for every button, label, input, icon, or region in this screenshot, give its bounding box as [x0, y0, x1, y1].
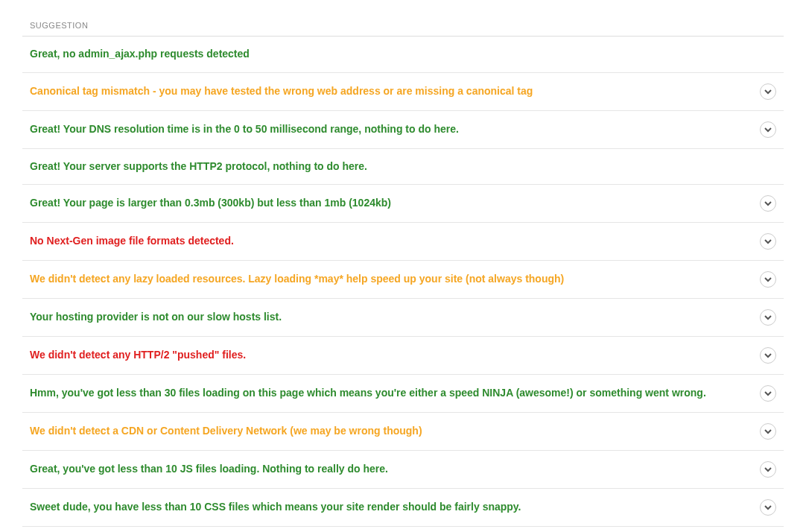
chevron-down-icon — [764, 200, 772, 207]
chevron-down-icon — [764, 466, 772, 473]
expand-button[interactable] — [760, 385, 776, 402]
expand-button[interactable] — [760, 233, 776, 250]
chevron-down-icon — [764, 126, 772, 133]
suggestion-row[interactable]: Your load time is between 1.5-2 seconds — [22, 527, 784, 532]
suggestion-row[interactable]: Your hosting provider is not on our slow… — [22, 299, 784, 337]
suggestion-text: We didn't detect a CDN or Content Delive… — [30, 424, 760, 439]
suggestion-row[interactable]: We didn't detect any lazy loaded resourc… — [22, 261, 784, 299]
chevron-down-icon — [764, 276, 772, 283]
suggestion-text: Sweet dude, you have less than 10 CSS fi… — [30, 500, 760, 515]
chevron-down-icon — [764, 390, 772, 397]
suggestion-text: We didn't detect any lazy loaded resourc… — [30, 272, 760, 287]
suggestion-row[interactable]: Hmm, you've got less than 30 files loadi… — [22, 375, 784, 413]
suggestion-text: Great! Your page is larger than 0.3mb (3… — [30, 196, 760, 211]
suggestion-row[interactable]: We didn't detect a CDN or Content Delive… — [22, 413, 784, 451]
suggestion-row[interactable]: Canonical tag mismatch - you may have te… — [22, 73, 784, 111]
suggestion-text: Hmm, you've got less than 30 files loadi… — [30, 386, 760, 401]
suggestion-text: Great, you've got less than 10 JS files … — [30, 462, 760, 477]
chevron-down-icon — [764, 352, 772, 359]
suggestion-row[interactable]: No Next-Gen image file formats detected. — [22, 223, 784, 261]
suggestion-text: No Next-Gen image file formats detected. — [30, 234, 760, 249]
suggestions-list: Great, no admin_ajax.php requests detect… — [22, 37, 784, 532]
suggestion-row[interactable]: We didn't detect any HTTP/2 "pushed" fil… — [22, 337, 784, 375]
suggestion-row[interactable]: Great! Your DNS resolution time is in th… — [22, 111, 784, 149]
expand-button[interactable] — [760, 121, 776, 138]
chevron-down-icon — [764, 238, 772, 245]
suggestion-text: Great! Your server supports the HTTP2 pr… — [30, 159, 776, 174]
expand-button[interactable] — [760, 83, 776, 100]
expand-button[interactable] — [760, 195, 776, 212]
expand-button[interactable] — [760, 347, 776, 364]
expand-button[interactable] — [760, 309, 776, 326]
suggestion-row[interactable]: Great! Your page is larger than 0.3mb (3… — [22, 185, 784, 223]
suggestion-text: Canonical tag mismatch - you may have te… — [30, 84, 760, 99]
suggestions-panel: SUGGESTION Great, no admin_ajax.php requ… — [22, 15, 784, 532]
chevron-down-icon — [764, 88, 772, 95]
suggestion-row[interactable]: Sweet dude, you have less than 10 CSS fi… — [22, 489, 784, 527]
column-header: SUGGESTION — [22, 15, 784, 37]
suggestion-text: Great, no admin_ajax.php requests detect… — [30, 47, 776, 62]
chevron-down-icon — [764, 428, 772, 435]
chevron-down-icon — [764, 314, 772, 321]
expand-button[interactable] — [760, 271, 776, 288]
suggestion-row: Great! Your server supports the HTTP2 pr… — [22, 149, 784, 186]
suggestion-row: Great, no admin_ajax.php requests detect… — [22, 37, 784, 73]
expand-button[interactable] — [760, 423, 776, 440]
suggestion-row[interactable]: Great, you've got less than 10 JS files … — [22, 451, 784, 489]
expand-button[interactable] — [760, 461, 776, 478]
suggestion-text: We didn't detect any HTTP/2 "pushed" fil… — [30, 348, 760, 363]
suggestion-text: Great! Your DNS resolution time is in th… — [30, 122, 760, 137]
suggestion-text: Your hosting provider is not on our slow… — [30, 310, 760, 325]
chevron-down-icon — [764, 504, 772, 511]
expand-button[interactable] — [760, 499, 776, 516]
